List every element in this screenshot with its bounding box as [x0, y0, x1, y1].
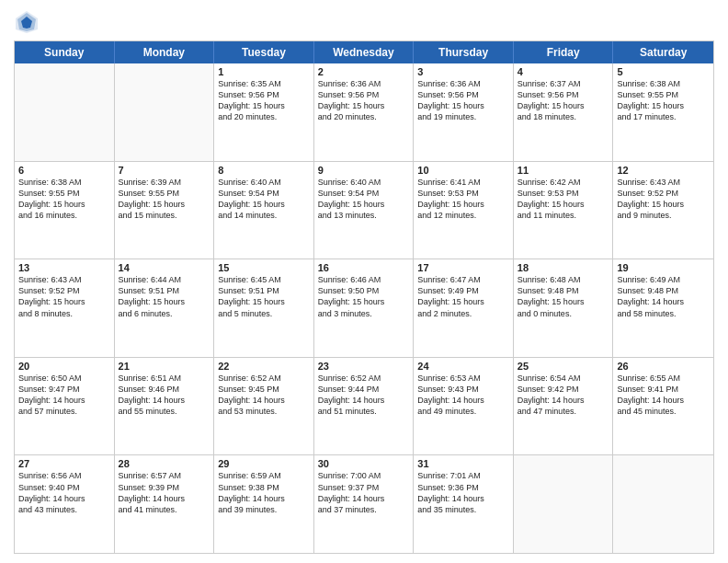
- cell-line: Sunset: 9:53 PM: [518, 188, 609, 199]
- logo-icon: [14, 9, 40, 35]
- calendar-page: SundayMondayTuesdayWednesdayThursdayFrid…: [0, 0, 728, 563]
- calendar-cell: [613, 455, 713, 553]
- day-number: 28: [119, 458, 210, 469]
- cell-line: Sunrise: 6:44 AM: [119, 274, 210, 285]
- day-number: 30: [318, 458, 410, 469]
- day-number: 13: [18, 262, 110, 273]
- calendar-cell: 7Sunrise: 6:39 AMSunset: 9:55 PMDaylight…: [115, 162, 215, 259]
- calendar-cell: 28Sunrise: 6:57 AMSunset: 9:39 PMDayligh…: [115, 455, 215, 553]
- cell-line: Daylight: 14 hours: [518, 395, 609, 406]
- calendar-cell: 24Sunrise: 6:53 AMSunset: 9:43 PMDayligh…: [414, 358, 514, 455]
- day-number: 10: [417, 165, 509, 176]
- cell-line: Daylight: 15 hours: [119, 199, 210, 210]
- cell-line: Daylight: 15 hours: [318, 199, 410, 210]
- cell-line: and 6 minutes.: [119, 308, 210, 319]
- cell-line: Sunrise: 6:46 AM: [318, 274, 410, 285]
- calendar-cell: 15Sunrise: 6:45 AMSunset: 9:51 PMDayligh…: [214, 259, 314, 357]
- cell-line: Daylight: 14 hours: [119, 493, 210, 504]
- cell-line: Sunrise: 6:49 AM: [617, 274, 710, 285]
- header: [14, 9, 714, 35]
- cell-line: and 19 minutes.: [417, 111, 509, 122]
- weekday-header: Tuesday: [214, 41, 314, 63]
- cell-line: Daylight: 15 hours: [617, 100, 710, 111]
- calendar-cell: [115, 63, 215, 161]
- weekday-header: Monday: [115, 41, 215, 63]
- cell-line: Sunset: 9:53 PM: [417, 188, 509, 199]
- cell-line: Sunset: 9:50 PM: [318, 285, 410, 296]
- cell-line: Sunset: 9:51 PM: [119, 285, 210, 296]
- calendar-cell: 8Sunrise: 6:40 AMSunset: 9:54 PMDaylight…: [214, 162, 314, 259]
- weekday-header: Wednesday: [314, 41, 415, 63]
- cell-line: Sunset: 9:48 PM: [518, 285, 609, 296]
- cell-line: Sunrise: 6:41 AM: [417, 177, 509, 188]
- day-number: 1: [218, 66, 310, 77]
- cell-line: Sunrise: 6:38 AM: [617, 78, 710, 89]
- cell-line: and 15 minutes.: [119, 210, 210, 221]
- cell-line: Daylight: 15 hours: [119, 296, 210, 307]
- cell-line: Daylight: 14 hours: [18, 395, 110, 406]
- cell-line: Sunset: 9:49 PM: [417, 285, 509, 296]
- cell-line: and 0 minutes.: [518, 308, 609, 319]
- cell-line: Sunrise: 6:50 AM: [18, 373, 110, 384]
- cell-line: Daylight: 15 hours: [218, 296, 310, 307]
- cell-line: Sunrise: 6:38 AM: [18, 177, 110, 188]
- cell-line: Sunset: 9:56 PM: [218, 89, 310, 100]
- cell-line: Daylight: 14 hours: [617, 296, 710, 307]
- cell-line: and 45 minutes.: [617, 406, 710, 417]
- cell-line: Sunrise: 6:59 AM: [218, 470, 310, 481]
- day-number: 31: [417, 458, 509, 469]
- cell-line: and 35 minutes.: [417, 504, 509, 515]
- calendar: SundayMondayTuesdayWednesdayThursdayFrid…: [14, 40, 714, 554]
- calendar-body: 1Sunrise: 6:35 AMSunset: 9:56 PMDaylight…: [15, 63, 713, 553]
- cell-line: Daylight: 15 hours: [518, 100, 609, 111]
- cell-line: Daylight: 15 hours: [18, 199, 110, 210]
- day-number: 18: [518, 262, 609, 273]
- calendar-cell: 29Sunrise: 6:59 AMSunset: 9:38 PMDayligh…: [214, 455, 314, 553]
- cell-line: Sunrise: 7:00 AM: [318, 470, 410, 481]
- cell-line: Daylight: 15 hours: [417, 100, 509, 111]
- calendar-header: SundayMondayTuesdayWednesdayThursdayFrid…: [15, 41, 713, 63]
- cell-line: Daylight: 15 hours: [417, 296, 509, 307]
- calendar-cell: 18Sunrise: 6:48 AMSunset: 9:48 PMDayligh…: [514, 259, 614, 357]
- cell-line: Sunrise: 6:37 AM: [518, 78, 609, 89]
- cell-line: Sunrise: 6:39 AM: [119, 177, 210, 188]
- cell-line: and 11 minutes.: [518, 210, 609, 221]
- cell-line: Daylight: 14 hours: [119, 395, 210, 406]
- cell-line: and 57 minutes.: [18, 406, 110, 417]
- weekday-header: Sunday: [15, 41, 115, 63]
- cell-line: Sunset: 9:40 PM: [18, 482, 110, 493]
- calendar-row: 27Sunrise: 6:56 AMSunset: 9:40 PMDayligh…: [15, 454, 713, 553]
- cell-line: Daylight: 15 hours: [318, 296, 410, 307]
- cell-line: and 53 minutes.: [218, 406, 310, 417]
- day-number: 26: [617, 361, 710, 372]
- cell-line: Daylight: 14 hours: [218, 493, 310, 504]
- cell-line: and 49 minutes.: [417, 406, 509, 417]
- cell-line: Daylight: 14 hours: [417, 493, 509, 504]
- cell-line: Sunrise: 6:48 AM: [518, 274, 609, 285]
- calendar-cell: 1Sunrise: 6:35 AMSunset: 9:56 PMDaylight…: [214, 63, 314, 161]
- cell-line: and 12 minutes.: [417, 210, 509, 221]
- cell-line: Sunrise: 6:42 AM: [518, 177, 609, 188]
- cell-line: Daylight: 14 hours: [18, 493, 110, 504]
- cell-line: Sunset: 9:56 PM: [417, 89, 509, 100]
- cell-line: Sunset: 9:44 PM: [318, 384, 410, 395]
- calendar-cell: 30Sunrise: 7:00 AMSunset: 9:37 PMDayligh…: [314, 455, 415, 553]
- calendar-cell: 26Sunrise: 6:55 AMSunset: 9:41 PMDayligh…: [613, 358, 713, 455]
- day-number: 4: [518, 66, 609, 77]
- day-number: 8: [218, 165, 310, 176]
- cell-line: Sunset: 9:46 PM: [119, 384, 210, 395]
- cell-line: Sunrise: 6:43 AM: [18, 274, 110, 285]
- cell-line: Sunrise: 6:40 AM: [318, 177, 410, 188]
- cell-line: Sunrise: 6:55 AM: [617, 373, 710, 384]
- cell-line: Sunrise: 7:01 AM: [417, 470, 509, 481]
- cell-line: Sunset: 9:48 PM: [617, 285, 710, 296]
- cell-line: Sunset: 9:56 PM: [318, 89, 410, 100]
- calendar-cell: 17Sunrise: 6:47 AMSunset: 9:49 PMDayligh…: [414, 259, 514, 357]
- cell-line: and 55 minutes.: [119, 406, 210, 417]
- day-number: 29: [218, 458, 310, 469]
- cell-line: and 9 minutes.: [617, 210, 710, 221]
- cell-line: Sunset: 9:55 PM: [18, 188, 110, 199]
- cell-line: and 43 minutes.: [18, 504, 110, 515]
- cell-line: and 16 minutes.: [18, 210, 110, 221]
- calendar-cell: 11Sunrise: 6:42 AMSunset: 9:53 PMDayligh…: [514, 162, 614, 259]
